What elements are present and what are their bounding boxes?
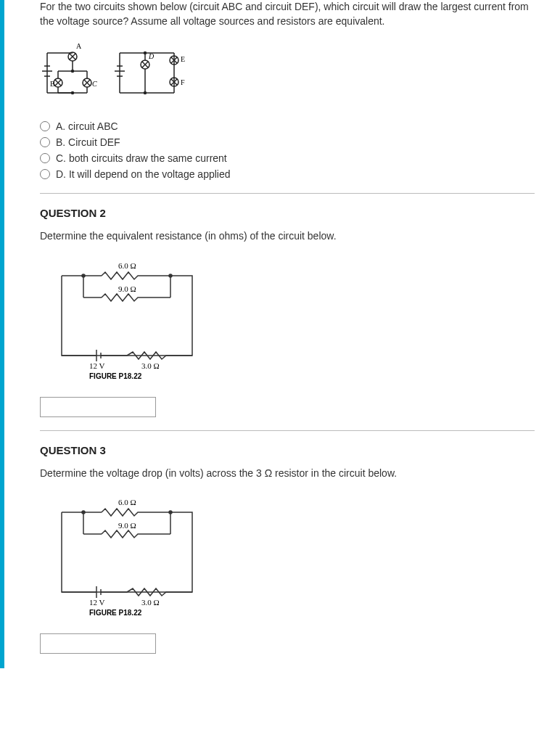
divider-2 bbox=[40, 430, 535, 431]
label-D: D bbox=[148, 52, 155, 60]
svg-point-58 bbox=[169, 274, 172, 277]
q1-option-b-label: B. Circuit DEF bbox=[56, 136, 120, 148]
q2-r2-label: 9.0 Ω bbox=[118, 284, 136, 293]
q1-option-c[interactable]: C. both circuits draw the same current bbox=[40, 152, 535, 164]
q2-fig-caption: FIGURE P18.22 bbox=[89, 372, 142, 380]
q2-r3-label: 3.0 Ω bbox=[141, 361, 160, 370]
q1-option-a-label: A. circuit ABC bbox=[56, 120, 118, 132]
svg-point-25 bbox=[72, 92, 74, 94]
divider-1 bbox=[40, 193, 535, 194]
q1-radio-b[interactable] bbox=[40, 137, 50, 147]
q2-figure: 6.0 Ω 9.0 Ω 3.0 Ω 12 V FIGURE P18.22 bbox=[40, 254, 214, 387]
label-A: A bbox=[76, 42, 82, 50]
label-B: B bbox=[50, 80, 55, 88]
q1-prompt: For the two circuits shown below (circui… bbox=[40, 0, 535, 28]
q1-radio-a[interactable] bbox=[40, 121, 50, 131]
svg-point-24 bbox=[72, 70, 74, 73]
q1-option-d-label: D. It will depend on the voltage applied bbox=[56, 168, 231, 180]
svg-point-57 bbox=[82, 274, 85, 277]
q1-radio-c[interactable] bbox=[40, 153, 50, 163]
quiz-content: For the two circuits shown below (circui… bbox=[0, 0, 560, 668]
label-E: E bbox=[181, 55, 185, 63]
q3-v-label: 12 V bbox=[89, 598, 105, 607]
q1-radio-d[interactable] bbox=[40, 169, 50, 179]
svg-point-47 bbox=[144, 92, 147, 94]
q1-options: A. circuit ABC B. Circuit DEF C. both ci… bbox=[40, 120, 535, 180]
svg-point-67 bbox=[82, 511, 85, 514]
q2-answer-input[interactable] bbox=[40, 397, 156, 417]
q2-v-label: 12 V bbox=[89, 361, 105, 370]
q3-r3-label: 3.0 Ω bbox=[141, 598, 160, 607]
q3-fig-caption: FIGURE P18.22 bbox=[89, 609, 142, 617]
q3-r1-label: 6.0 Ω bbox=[118, 498, 136, 506]
q3-figure: 6.0 Ω 9.0 Ω 3.0 Ω 12 V FIGURE P18.22 bbox=[40, 490, 214, 623]
svg-point-46 bbox=[144, 52, 147, 54]
q3-answer-input[interactable] bbox=[40, 633, 156, 654]
q1-option-d[interactable]: D. It will depend on the voltage applied bbox=[40, 168, 535, 180]
q2-prompt: Determine the equivalent resistance (in … bbox=[40, 229, 535, 244]
q2-r1-label: 6.0 Ω bbox=[118, 261, 136, 270]
q3-heading: QUESTION 3 bbox=[40, 444, 535, 456]
left-accent-bar bbox=[0, 0, 4, 668]
q1-option-b[interactable]: B. Circuit DEF bbox=[40, 136, 535, 148]
q1-option-a[interactable]: A. circuit ABC bbox=[40, 120, 535, 132]
svg-point-68 bbox=[169, 511, 172, 514]
label-F: F bbox=[181, 78, 185, 86]
label-C: C bbox=[92, 80, 97, 88]
q1-option-c-label: C. both circuits draw the same current bbox=[56, 152, 227, 164]
q3-prompt: Determine the voltage drop (in volts) ac… bbox=[40, 467, 535, 481]
q2-heading: QUESTION 2 bbox=[40, 207, 535, 219]
q1-circuit-diagram: A B C bbox=[40, 38, 192, 106]
q3-r2-label: 9.0 Ω bbox=[118, 521, 136, 530]
